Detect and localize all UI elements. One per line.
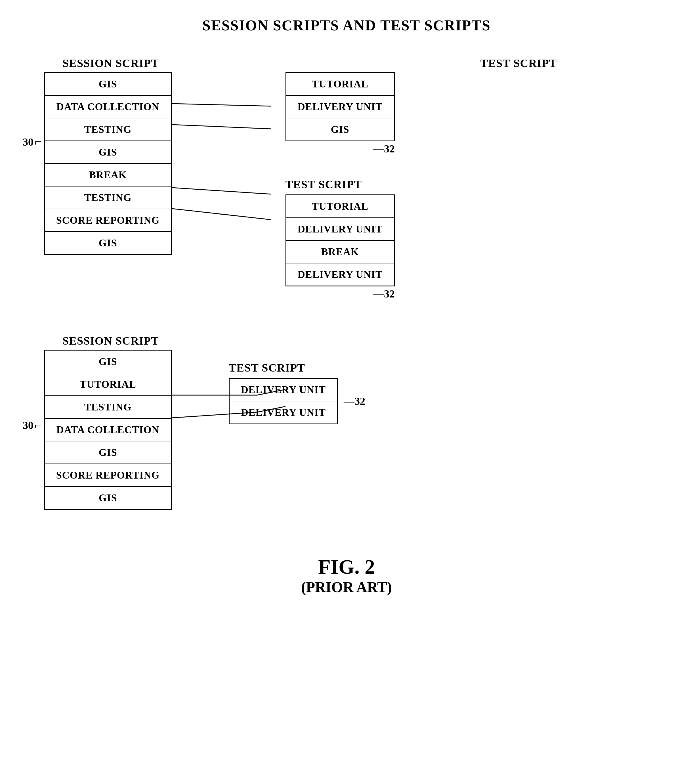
ref-number-30-d1: 30 ⌐ xyxy=(23,135,42,149)
session-script-label-2: SESSION SCRIPT xyxy=(63,334,159,347)
test-script-box-1b: TUTORIAL DELIVERY UNIT BREAK DELIVERY UN… xyxy=(285,194,395,287)
session-row-0: GIS xyxy=(45,73,171,96)
session-script-box-1: GIS DATA COLLECTION TESTING GIS BREAK TE… xyxy=(44,72,172,255)
d2-session-row-3: DATA COLLECTION xyxy=(45,419,171,441)
diagram2-section: SESSION SCRIPT 30 ⌐ GIS TUTORIAL TESTING… xyxy=(23,334,670,510)
session-row-1: DATA COLLECTION xyxy=(45,96,171,119)
ts1-row-2: GIS xyxy=(286,119,394,140)
ref-32-d2: —32 xyxy=(344,395,365,407)
svg-line-6 xyxy=(257,389,285,395)
ts2-row-3: DELIVERY UNIT xyxy=(286,264,394,285)
svg-line-3 xyxy=(172,209,271,220)
svg-line-5 xyxy=(172,412,257,418)
d2-session-row-6: GIS xyxy=(45,487,171,509)
ref-number-30-d2: 30 ⌐ xyxy=(23,418,42,432)
page-title: SESSION SCRIPTS AND TEST SCRIPTS xyxy=(202,17,491,34)
session-row-5: TESTING xyxy=(45,186,171,209)
ts1-row-0: TUTORIAL xyxy=(286,73,394,96)
figure-caption: FIG. 2 (PRIOR ART) xyxy=(301,555,392,596)
test-script-label-1b: TEST SCRIPT xyxy=(285,178,395,191)
session-row-6: SCORE REPORTING xyxy=(45,209,171,232)
ref-32-d1b: —32 xyxy=(373,288,395,300)
connectors-d2 xyxy=(172,372,314,486)
session-script-label-1: SESSION SCRIPT xyxy=(63,56,159,70)
session-row-2: TESTING xyxy=(45,119,171,141)
test-script-box-1a: TUTORIAL DELIVERY UNIT GIS xyxy=(285,72,395,142)
ts1-row-1: DELIVERY UNIT xyxy=(286,96,394,119)
svg-line-7 xyxy=(257,407,285,412)
figure-number: FIG. 2 xyxy=(301,555,392,579)
d2-session-row-4: GIS xyxy=(45,441,171,464)
session-row-7: GIS xyxy=(45,232,171,254)
d2-session-row-5: SCORE REPORTING xyxy=(45,464,171,487)
svg-line-0 xyxy=(172,104,271,106)
test-script-label-1a: TEST SCRIPT xyxy=(481,56,557,70)
d2-session-row-0: GIS xyxy=(45,351,171,373)
ts2-row-2: BREAK xyxy=(286,241,394,264)
diagram1-section: SESSION SCRIPT TEST SCRIPT 30 ⌐ GIS DATA… xyxy=(23,56,670,300)
session-row-4: BREAK xyxy=(45,164,171,186)
svg-line-2 xyxy=(172,188,271,194)
svg-line-1 xyxy=(172,125,271,129)
ts2-row-0: TUTORIAL xyxy=(286,195,394,218)
figure-subtitle: (PRIOR ART) xyxy=(301,579,392,596)
ref-32-d1a: —32 xyxy=(373,143,395,155)
d2-session-row-2: TESTING xyxy=(45,396,171,419)
d2-session-row-1: TUTORIAL xyxy=(45,373,171,396)
session-script-box-2: GIS TUTORIAL TESTING DATA COLLECTION GIS… xyxy=(44,350,172,510)
ts2-row-1: DELIVERY UNIT xyxy=(286,218,394,241)
session-row-3: GIS xyxy=(45,141,171,164)
